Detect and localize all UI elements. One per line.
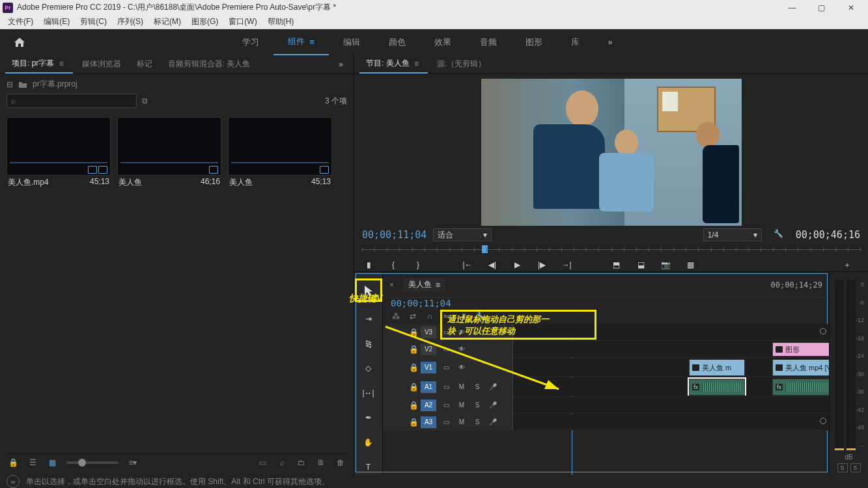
- workspace-libraries[interactable]: 库: [557, 29, 594, 55]
- home-button[interactable]: [7, 29, 33, 55]
- tab-audio-clip-mixer[interactable]: 音频剪辑混合器: 美人鱼: [161, 55, 257, 74]
- step-back-button[interactable]: ◀|: [486, 258, 499, 271]
- clip-thumbnail[interactable]: [117, 117, 221, 176]
- solo-left-button[interactable]: S: [837, 463, 848, 472]
- program-timecode-in[interactable]: 00;00;11;04: [362, 229, 427, 241]
- workspace-effects[interactable]: 效果: [420, 29, 466, 55]
- menu-sequence[interactable]: 序列(S): [112, 16, 148, 27]
- project-breadcrumb[interactable]: ⊟ pr字幕.prproj: [7, 77, 347, 94]
- workspace-color[interactable]: 颜色: [374, 29, 420, 55]
- settings-icon[interactable]: 🔧: [774, 229, 785, 241]
- project-item[interactable]: 美人鱼45;13: [228, 117, 332, 189]
- pen-tool[interactable]: ✒: [359, 410, 378, 426]
- play-button[interactable]: ▶: [511, 258, 524, 271]
- go-to-in-button[interactable]: |←: [461, 258, 474, 271]
- lift-button[interactable]: ⬒: [609, 258, 623, 271]
- timeline-clip-audio-b[interactable]: fx: [772, 379, 829, 396]
- tab-source-monitor[interactable]: 源:（无剪辑）: [430, 55, 492, 74]
- workspace-editing[interactable]: 编辑: [329, 29, 374, 55]
- menu-marker[interactable]: 标记(M): [148, 16, 186, 27]
- auto-match-icon[interactable]: ▭: [257, 457, 268, 468]
- menu-window[interactable]: 窗口(W): [223, 16, 262, 27]
- project-item[interactable]: 美人鱼46;16: [117, 117, 221, 189]
- timeline-timecode[interactable]: 00;00;11;04: [391, 298, 451, 308]
- clip-thumbnail[interactable]: [228, 117, 332, 176]
- panel-overflow[interactable]: »: [333, 60, 348, 69]
- keyframe-diamond-icon[interactable]: [820, 328, 826, 334]
- step-forward-button[interactable]: |▶: [535, 258, 548, 271]
- bin-back-icon[interactable]: ⊟: [7, 80, 13, 89]
- new-item-button[interactable]: 🗎: [316, 457, 326, 468]
- menu-clip[interactable]: 剪辑(C): [75, 16, 112, 27]
- list-view-icon[interactable]: ☰: [27, 457, 38, 468]
- type-tool[interactable]: T: [359, 459, 378, 475]
- menu-edit[interactable]: 编辑(E): [38, 16, 75, 27]
- track-header-v1[interactable]: 🔒V1▭👁: [383, 358, 513, 377]
- lock-icon[interactable]: 🔒: [409, 328, 417, 337]
- button-editor-button[interactable]: ＋: [841, 258, 854, 271]
- tab-project[interactable]: 项目: pr字幕 ≡: [5, 55, 73, 74]
- project-filename: pr字幕.prproj: [33, 79, 77, 90]
- project-item[interactable]: 美人鱼.mp445;13: [7, 117, 111, 189]
- timeline-clip-graphics[interactable]: fx图形: [772, 342, 829, 357]
- tab-program-monitor[interactable]: 节目: 美人鱼 ≡: [359, 55, 428, 74]
- snap-icon[interactable]: ∩: [425, 311, 435, 321]
- track-header-a2[interactable]: 🔒A2▭MS🎤: [383, 397, 513, 413]
- timeline-clip-video-a[interactable]: fx美人鱼 m: [689, 359, 745, 376]
- timeline-clip-video-b[interactable]: fx美人鱼 mp4 [V]: [772, 359, 829, 376]
- track-select-tool[interactable]: ⇥: [359, 311, 378, 327]
- workspace-audio[interactable]: 音频: [466, 29, 511, 55]
- delete-button[interactable]: 🗑: [335, 457, 346, 468]
- ripple-edit-tool[interactable]: ⧎: [359, 336, 378, 351]
- solo-right-button[interactable]: S: [850, 463, 861, 472]
- fit-dropdown[interactable]: 适合▾: [433, 228, 492, 241]
- comparison-view-button[interactable]: ▦: [684, 258, 697, 271]
- program-scrub-bar[interactable]: [362, 244, 860, 256]
- export-frame-button[interactable]: 📷: [659, 258, 672, 271]
- menu-help[interactable]: 帮助(H): [262, 16, 300, 27]
- track-header-a3[interactable]: 🔒A3▭MS🎤: [383, 414, 513, 430]
- menu-file[interactable]: 文件(F): [3, 16, 38, 27]
- sort-icon[interactable]: ≡▾: [128, 457, 138, 468]
- tab-markers[interactable]: 标记: [130, 55, 159, 74]
- program-video-viewport[interactable]: [481, 79, 742, 226]
- tab-media-browser[interactable]: 媒体浏览器: [76, 55, 128, 74]
- workspace-menu-icon[interactable]: ≡: [307, 37, 315, 47]
- workspace-assembly[interactable]: 组件 ≡: [273, 29, 329, 55]
- slip-tool[interactable]: |↔|: [359, 385, 378, 401]
- new-bin-button[interactable]: 🗀: [296, 457, 307, 468]
- mark-in-button[interactable]: {: [387, 258, 400, 271]
- new-bin-icon[interactable]: ⧉: [142, 96, 148, 105]
- workspace-graphics[interactable]: 图形: [511, 29, 557, 55]
- workspace-overflow[interactable]: »: [600, 38, 620, 47]
- mic-icon[interactable]: 🎤: [487, 383, 499, 392]
- clip-thumbnail[interactable]: [7, 117, 111, 176]
- track-header-v2[interactable]: 🔒V2▭👁: [383, 341, 513, 357]
- lock-write-icon[interactable]: 🔒: [8, 457, 18, 468]
- project-search-input[interactable]: ⌕: [7, 94, 137, 108]
- icon-view-icon[interactable]: ▦: [47, 457, 57, 468]
- workspace-learn[interactable]: 学习: [228, 29, 273, 55]
- hand-tool[interactable]: ✋: [359, 435, 378, 450]
- mark-out-button[interactable]: }: [412, 258, 425, 271]
- zoom-dropdown[interactable]: 1/4▾: [703, 228, 762, 241]
- sequence-tab[interactable]: 美人鱼≡: [403, 278, 445, 291]
- timeline-tracks[interactable]: 🔒V3▭👁 🔒V2▭👁 fx图形 🔒V1▭👁 fx美人鱼 m fx美人鱼 mp4…: [383, 324, 829, 475]
- thumb-size-slider[interactable]: [66, 461, 119, 464]
- razor-tool[interactable]: ◇: [359, 360, 378, 376]
- timeline-close-tab[interactable]: ×: [389, 280, 394, 290]
- nested-seq-icon[interactable]: ⁂: [391, 311, 401, 321]
- add-marker-button[interactable]: ▮: [362, 258, 375, 271]
- creative-cloud-icon[interactable]: ∞: [7, 475, 20, 488]
- insert-mode-icon[interactable]: ⇄: [408, 311, 418, 321]
- find-icon[interactable]: ⌕: [277, 457, 287, 468]
- track-header-a1[interactable]: 🔒A1▭MS🎤: [383, 377, 513, 396]
- window-minimize-button[interactable]: —: [777, 0, 807, 15]
- extract-button[interactable]: ⬓: [634, 258, 647, 271]
- panel-menu-icon[interactable]: ≡: [54, 59, 66, 68]
- window-maximize-button[interactable]: ▢: [807, 0, 836, 15]
- menu-graphics[interactable]: 图形(G): [186, 16, 223, 27]
- go-to-out-button[interactable]: →|: [560, 258, 573, 271]
- timeline-clip-audio-a[interactable]: fx: [689, 379, 745, 396]
- window-close-button[interactable]: ✕: [836, 0, 865, 15]
